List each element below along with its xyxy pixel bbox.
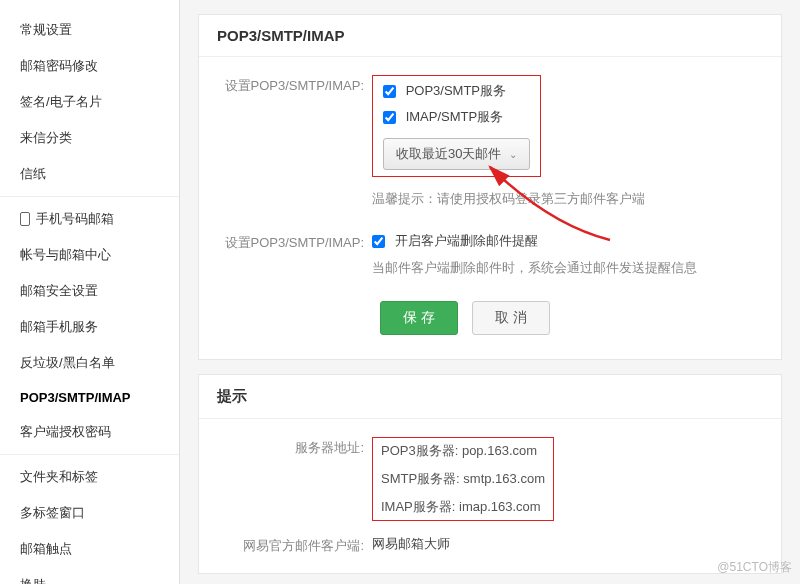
smtp-server: SMTP服务器: smtp.163.com [381,470,545,488]
pop3-smtp-checkbox[interactable] [383,85,396,98]
watermark: @51CTO博客 [717,559,792,576]
tips-panel: 提示 服务器地址: POP3服务器: pop.163.com SMTP服务器: … [198,374,782,574]
sidebar-item-1-1[interactable]: 邮箱密码修改 [0,48,179,84]
sidebar-item-label: POP3/SMTP/IMAP [20,390,131,405]
imap-smtp-label: IMAP/SMTP服务 [406,109,504,124]
sidebar-item-label: 邮箱安全设置 [20,283,98,298]
pop3-smtp-imap-panel: POP3/SMTP/IMAP 设置POP3/SMTP/IMAP: POP3/SM… [198,14,782,360]
sidebar-item-1-4[interactable]: 信纸 [0,156,179,192]
sidebar-item-label: 信纸 [20,166,46,181]
delete-notify-text: 开启客户端删除邮件提醒 [395,233,538,248]
sidebar-item-label: 邮箱密码修改 [20,58,98,73]
sidebar-item-label: 来信分类 [20,130,72,145]
sidebar-item-label: 常规设置 [20,22,72,37]
chevron-down-icon: ⌄ [509,149,517,160]
sidebar-item-label: 帐号与邮箱中心 [20,247,111,262]
sidebar-item-label: 手机号码邮箱 [36,211,114,226]
official-client-label: 网易官方邮件客户端: [217,535,372,555]
auth-hint: 温馨提示：请使用授权码登录第三方邮件客户端 [372,191,763,208]
highlight-box-services: POP3/SMTP服务 IMAP/SMTP服务 收取最近30天邮件 ⌄ [372,75,541,177]
sidebar-item-label: 邮箱触点 [20,541,72,556]
sidebar-item-label: 文件夹和标签 [20,469,98,484]
imap-server: IMAP服务器: imap.163.com [381,498,545,516]
sidebar-item-label: 换肤 [20,577,46,584]
imap-smtp-checkbox[interactable] [383,111,396,124]
phone-icon [20,212,30,226]
sidebar-item-2-5[interactable]: POP3/SMTP/IMAP [0,381,179,414]
sidebar-item-2-2[interactable]: 邮箱安全设置 [0,273,179,309]
settings-sidebar: 常规设置邮箱密码修改签名/电子名片来信分类信纸 手机号码邮箱帐号与邮箱中心邮箱安… [0,0,180,584]
delete-notify-checkbox[interactable] [372,235,385,248]
protocol-settings-row: 设置POP3/SMTP/IMAP: POP3/SMTP服务 IMAP/SMTP服… [217,75,763,208]
sidebar-item-3-1[interactable]: 多标签窗口 [0,495,179,531]
sidebar-item-1-2[interactable]: 签名/电子名片 [0,84,179,120]
sidebar-item-label: 签名/电子名片 [20,94,102,109]
sidebar-item-label: 邮箱手机服务 [20,319,98,334]
sidebar-item-2-0[interactable]: 手机号码邮箱 [0,201,179,237]
highlight-box-servers: POP3服务器: pop.163.com SMTP服务器: smtp.163.c… [372,437,554,521]
official-client-value: 网易邮箱大师 [372,535,763,553]
cancel-button[interactable]: 取 消 [472,301,550,335]
fetch-range-dropdown[interactable]: 收取最近30天邮件 ⌄ [383,138,530,170]
sidebar-item-label: 反垃圾/黑白名单 [20,355,115,370]
sidebar-item-label: 客户端授权密码 [20,424,111,439]
sidebar-item-2-4[interactable]: 反垃圾/黑白名单 [0,345,179,381]
delete-notify-hint: 当邮件客户端删除邮件时，系统会通过邮件发送提醒信息 [372,260,763,277]
server-address-label: 服务器地址: [217,437,372,457]
delete-notify-label: 设置POP3/SMTP/IMAP: [217,232,372,252]
sidebar-item-2-1[interactable]: 帐号与邮箱中心 [0,237,179,273]
sidebar-item-3-2[interactable]: 邮箱触点 [0,531,179,567]
sidebar-item-2-3[interactable]: 邮箱手机服务 [0,309,179,345]
sidebar-item-2-6[interactable]: 客户端授权密码 [0,414,179,450]
main-content: POP3/SMTP/IMAP 设置POP3/SMTP/IMAP: POP3/SM… [180,0,800,584]
sidebar-item-label: 多标签窗口 [20,505,85,520]
panel-title: POP3/SMTP/IMAP [199,15,781,57]
pop3-smtp-label: POP3/SMTP服务 [406,83,506,98]
pop3-server: POP3服务器: pop.163.com [381,442,545,460]
sidebar-item-3-3[interactable]: 换肤 [0,567,179,584]
tips-title: 提示 [199,375,781,419]
protocol-label: 设置POP3/SMTP/IMAP: [217,75,372,95]
delete-notify-row: 设置POP3/SMTP/IMAP: 开启客户端删除邮件提醒 当邮件客户端删除邮件… [217,232,763,277]
sidebar-item-3-0[interactable]: 文件夹和标签 [0,459,179,495]
sidebar-item-1-3[interactable]: 来信分类 [0,120,179,156]
save-button[interactable]: 保 存 [380,301,458,335]
sidebar-item-1-0[interactable]: 常规设置 [0,12,179,48]
